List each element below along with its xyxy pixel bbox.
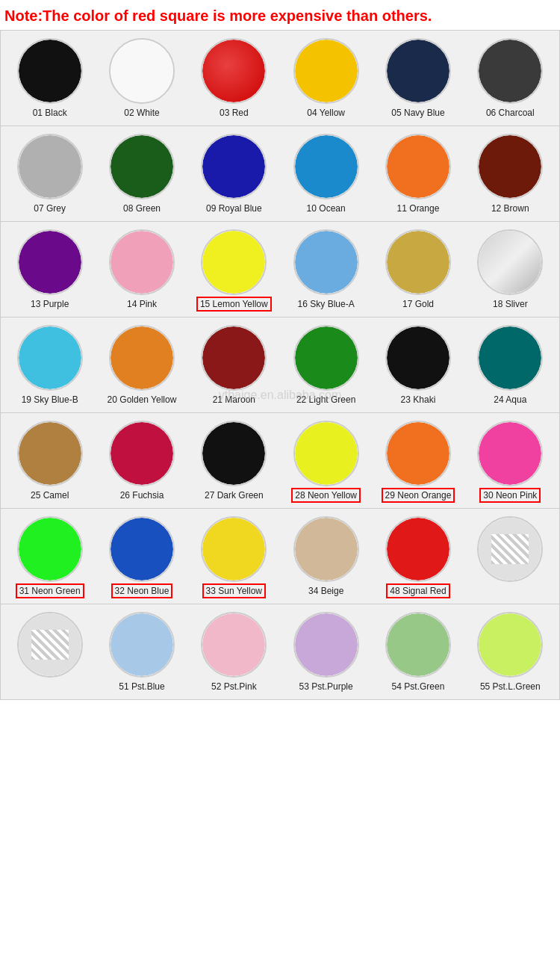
color-label-27: 27 Dark Green [205,490,264,501]
color-row-row4: 19 Sky Blue-B20 Golden Yellow21 Maroon22… [0,318,560,413]
color-label-29: 29 Neon Orange [382,490,455,501]
color-label-02: 02 White [124,108,159,118]
color-label-08: 08 Green [123,203,161,214]
color-item-09: 09 Royal Blue [193,131,275,217]
color-label-21: 21 Maroon [213,394,255,405]
color-item-20: 20 Golden Yellow [101,322,183,408]
color-item-05: 05 Navy Blue [377,35,459,121]
color-label-18: 18 Sliver [493,299,528,309]
color-grid: 01 Black02 White03 Red04 Yellow05 Navy B… [0,30,560,700]
color-label-09: 09 Royal Blue [206,203,262,214]
color-row-row3: 13 Purple14 Pink15 Lemon Yellow16 Sky Bl… [0,222,560,318]
color-label-13: 13 Purple [31,299,69,309]
color-item-14: 14 Pink [101,226,183,312]
note-text: Note:The color of red square is more exp… [0,0,560,30]
color-row-row7: 51 Pst.Blue52 Pst.Pink53 Pst.Purple54 Ps… [0,604,560,700]
color-label-15: 15 Lemon Yellow [196,299,272,309]
color-item-24: 24 Aqua [469,322,551,408]
color-item-01: 01 Black [9,35,91,121]
color-label-28: 28 Neon Yellow [291,490,361,501]
color-label-30: 30 Neon Pink [479,490,541,501]
color-label-19: 19 Sky Blue-B [22,394,78,405]
color-label-16: 16 Sky Blue-A [298,299,355,309]
color-item-48: 48 Signal Red [377,513,459,599]
color-item-23: 23 Khaki [377,322,459,408]
color-item-sample2 [9,609,91,695]
color-label-03: 03 Red [220,108,249,118]
color-label-01: 01 Black [33,108,67,118]
color-label-53: 53 Pst.Purple [299,681,353,692]
color-item-22: 22 Light Green [285,322,367,408]
color-label-04: 04 Yellow [307,108,345,118]
color-label-22: 22 Light Green [296,394,355,405]
color-item-08: 08 Green [101,131,183,217]
color-label-31: 31 Neon Green [16,586,84,596]
color-item-32: 32 Neon Blue [101,513,183,599]
color-row-row2: 07 Grey08 Green09 Royal Blue10 Ocean11 O… [0,126,560,222]
color-item-02: 02 White [101,35,183,121]
color-item-31: 31 Neon Green [9,513,91,599]
color-item-07: 07 Grey [9,131,91,217]
color-label-51: 51 Pst.Blue [119,681,164,692]
color-item-18: 18 Sliver [469,226,551,312]
color-label-48: 48 Signal Red [386,586,449,596]
color-item-10: 10 Ocean [285,131,367,217]
color-label-54: 54 Pst.Green [392,681,445,692]
color-label-24: 24 Aqua [494,394,526,405]
color-item-25: 25 Camel [9,418,91,504]
color-item-16: 16 Sky Blue-A [285,226,367,312]
color-item-11: 11 Orange [377,131,459,217]
color-item-55: 55 Pst.L.Green [469,609,551,695]
color-item-12: 12 Brown [469,131,551,217]
color-label-25: 25 Camel [31,490,69,501]
color-label-11: 11 Orange [397,203,440,214]
color-row-row6: 31 Neon Green32 Neon Blue33 Sun Yellow34… [0,509,560,604]
color-label-10: 10 Ocean [307,203,346,214]
color-label-52: 52 Pst.Pink [211,681,257,692]
color-item-26: 26 Fuchsia [101,418,183,504]
color-item-34: 34 Beige [285,513,367,599]
color-label-05: 05 Navy Blue [391,108,444,118]
color-label-07: 07 Grey [34,203,66,214]
color-label-23: 23 Khaki [401,394,436,405]
color-row-row1: 01 Black02 White03 Red04 Yellow05 Navy B… [0,30,560,126]
color-label-26: 26 Fuchsia [120,490,164,501]
color-item-30: 30 Neon Pink [469,418,551,504]
color-item-19: 19 Sky Blue-B [9,322,91,408]
color-item-06: 06 Charcoal [469,35,551,121]
color-label-17: 17 Gold [402,299,434,309]
color-item-sample1 [469,513,551,599]
color-label-14: 14 Pink [127,299,157,309]
color-item-54: 54 Pst.Green [377,609,459,695]
color-label-06: 06 Charcoal [486,108,535,118]
color-item-33: 33 Sun Yellow [193,513,275,599]
color-label-32: 32 Neon Blue [111,586,173,596]
color-item-04: 04 Yellow [285,35,367,121]
color-label-34: 34 Beige [308,586,343,596]
color-label-20: 20 Golden Yellow [108,394,177,405]
color-item-13: 13 Purple [9,226,91,312]
color-item-52: 52 Pst.Pink [193,609,275,695]
color-row-row5: 25 Camel26 Fuchsia27 Dark Green28 Neon Y… [0,413,560,509]
color-item-27: 27 Dark Green [193,418,275,504]
color-item-53: 53 Pst.Purple [285,609,367,695]
color-item-03: 03 Red [193,35,275,121]
color-label-33: 33 Sun Yellow [202,586,266,596]
color-label-55: 55 Pst.L.Green [480,681,541,692]
color-item-51: 51 Pst.Blue [101,609,183,695]
color-item-17: 17 Gold [377,226,459,312]
color-item-21: 21 Maroon [193,322,275,408]
color-label-12: 12 Brown [491,203,529,214]
color-item-28: 28 Neon Yellow [285,418,367,504]
color-item-29: 29 Neon Orange [377,418,459,504]
color-item-15: 15 Lemon Yellow [193,226,275,312]
